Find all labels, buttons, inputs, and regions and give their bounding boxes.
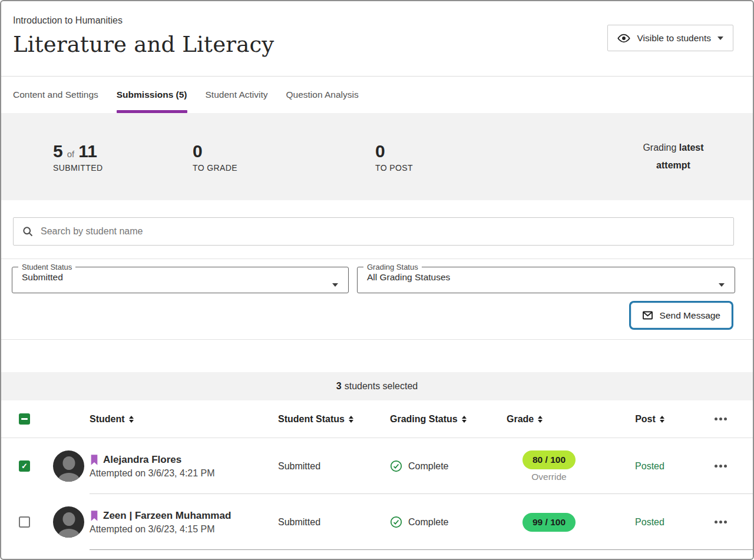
grading-status-value: All Grading Statuses bbox=[358, 271, 735, 283]
sort-icon bbox=[462, 416, 467, 423]
check-circle-icon bbox=[390, 516, 402, 528]
select-all-checkbox[interactable] bbox=[19, 413, 30, 425]
table-header-row: Student Student Status Grading Status Gr… bbox=[1, 400, 753, 438]
grade-cell: 99 / 100 bbox=[496, 513, 602, 532]
column-header-grade[interactable]: Grade bbox=[496, 414, 602, 425]
grading-mode-text: Grading latest attempt bbox=[629, 139, 717, 174]
send-message-row: Send Message bbox=[1, 293, 753, 330]
attempted-on: Attempted on 3/6/23, 4:15 PM bbox=[90, 524, 278, 535]
send-message-label: Send Message bbox=[660, 310, 720, 321]
page-header: Introduction to Humanities Literature an… bbox=[1, 1, 753, 77]
envelope-icon bbox=[642, 310, 653, 321]
grading-mode-prefix: Grading bbox=[643, 143, 679, 153]
grade-pill[interactable]: 80 / 100 bbox=[522, 450, 576, 469]
column-header-post[interactable]: Post bbox=[602, 414, 697, 425]
grading-status-cell: Complete bbox=[390, 460, 496, 472]
student-status-cell: Submitted bbox=[278, 461, 390, 472]
search-icon bbox=[22, 226, 34, 237]
row-options-menu[interactable] bbox=[697, 521, 743, 523]
to-post-count: 0 bbox=[375, 141, 385, 161]
visibility-label: Visible to students bbox=[637, 33, 711, 44]
selected-count: 3 bbox=[336, 381, 342, 392]
table-row: ✓ Alejandra Flores Attempted on 3/6/23, … bbox=[1, 438, 753, 494]
student-status-cell: Submitted bbox=[278, 517, 390, 528]
sort-icon bbox=[349, 416, 353, 423]
grade-pill[interactable]: 99 / 100 bbox=[522, 513, 576, 532]
filters-row: Student Status Submitted Grading Status … bbox=[1, 259, 753, 293]
to-post-label: TO POST bbox=[375, 163, 515, 173]
sort-icon bbox=[538, 416, 543, 423]
student-name-link[interactable]: Zeen | Farzeen Muhammad bbox=[103, 510, 231, 522]
student-name-link[interactable]: Alejandra Flores bbox=[103, 454, 181, 466]
row-checkbox[interactable]: ✓ bbox=[19, 460, 30, 472]
student-status-select[interactable]: Student Status Submitted bbox=[12, 263, 349, 293]
selected-text: students selected bbox=[345, 381, 418, 392]
search-bar[interactable] bbox=[13, 217, 734, 246]
tab-bar: Content and Settings Submissions (5) Stu… bbox=[1, 77, 753, 113]
column-header-student[interactable]: Student bbox=[90, 414, 278, 425]
selection-summary: 3 students selected bbox=[1, 372, 753, 400]
row-options-menu[interactable] bbox=[697, 465, 743, 468]
stat-to-grade: 0 TO GRADE bbox=[193, 141, 375, 173]
to-grade-count: 0 bbox=[193, 141, 203, 161]
student-cell: Zeen | Farzeen Muhammad Attempted on 3/6… bbox=[90, 510, 278, 535]
student-status-label: Student Status bbox=[18, 263, 75, 271]
stats-bar: 5 of 11 SUBMITTED 0 TO GRADE 0 TO POST G… bbox=[1, 113, 753, 200]
indeterminate-mark bbox=[21, 418, 28, 420]
stat-to-post: 0 TO POST bbox=[375, 141, 515, 173]
submitted-label: SUBMITTED bbox=[53, 163, 193, 173]
grading-status-select[interactable]: Grading Status All Grading Statuses bbox=[357, 263, 735, 293]
avatar bbox=[53, 450, 84, 482]
column-label: Student Status bbox=[278, 414, 345, 425]
tab-student-activity[interactable]: Student Activity bbox=[206, 77, 268, 113]
post-status-link[interactable]: Posted bbox=[602, 517, 697, 528]
column-label: Grading Status bbox=[390, 414, 458, 425]
grade-cell: 80 / 100 Override bbox=[496, 450, 602, 482]
student-status-value: Submitted bbox=[12, 271, 348, 283]
chevron-down-icon bbox=[717, 37, 723, 40]
student-cell: Alejandra Flores Attempted on 3/6/23, 4:… bbox=[90, 454, 278, 479]
to-grade-label: TO GRADE bbox=[193, 163, 375, 173]
row-checkbox[interactable] bbox=[19, 516, 30, 528]
bookmark-icon bbox=[90, 510, 99, 522]
assessment-submissions-page: Introduction to Humanities Literature an… bbox=[0, 0, 754, 560]
table-options-menu[interactable] bbox=[697, 417, 743, 420]
tab-content-and-settings[interactable]: Content and Settings bbox=[13, 77, 98, 113]
submitted-count: 5 bbox=[53, 141, 63, 161]
column-label: Post bbox=[635, 414, 656, 425]
grade-override-note: Override bbox=[531, 472, 566, 482]
avatar bbox=[53, 506, 84, 538]
submitted-total: 11 bbox=[78, 141, 97, 161]
send-message-button[interactable]: Send Message bbox=[631, 303, 732, 328]
row-divider bbox=[90, 549, 753, 550]
submitted-of: of bbox=[67, 149, 75, 159]
sort-icon bbox=[660, 416, 664, 423]
eye-icon bbox=[617, 32, 630, 45]
grading-status-cell: Complete bbox=[390, 516, 496, 528]
column-label: Student bbox=[90, 414, 125, 425]
divider bbox=[1, 339, 753, 340]
tab-question-analysis[interactable]: Question Analysis bbox=[286, 77, 358, 113]
chevron-down-icon bbox=[332, 283, 338, 287]
sort-icon bbox=[129, 416, 134, 423]
stat-submitted: 5 of 11 SUBMITTED bbox=[53, 141, 193, 173]
search-input[interactable] bbox=[41, 226, 725, 237]
grading-status-label: Complete bbox=[408, 461, 448, 472]
visibility-dropdown[interactable]: Visible to students bbox=[607, 25, 733, 51]
column-header-student-status[interactable]: Student Status bbox=[278, 414, 390, 425]
column-label: Grade bbox=[507, 414, 534, 425]
check-mark: ✓ bbox=[21, 462, 28, 470]
grading-status-label: Complete bbox=[408, 517, 448, 528]
check-circle-icon bbox=[390, 460, 402, 472]
bookmark-icon bbox=[90, 454, 99, 466]
post-status-link[interactable]: Posted bbox=[602, 461, 697, 472]
table-row: Zeen | Farzeen Muhammad Attempted on 3/6… bbox=[1, 494, 753, 550]
column-header-grading-status[interactable]: Grading Status bbox=[390, 414, 496, 425]
attempted-on: Attempted on 3/6/23, 4:21 PM bbox=[90, 468, 278, 479]
tab-submissions[interactable]: Submissions (5) bbox=[117, 77, 187, 113]
grading-status-label: Grading Status bbox=[363, 263, 422, 271]
chevron-down-icon bbox=[719, 283, 725, 287]
